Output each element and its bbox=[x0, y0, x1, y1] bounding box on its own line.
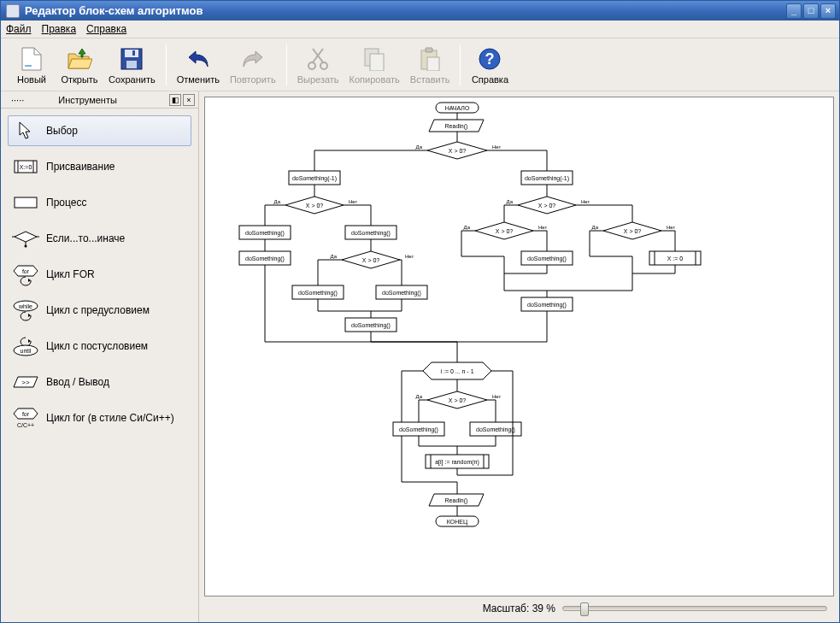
paste-button[interactable]: Вставить bbox=[405, 42, 455, 88]
copy-button[interactable]: Копировать bbox=[344, 42, 405, 88]
decision-icon bbox=[14, 229, 38, 248]
tool-while[interactable]: while Цикл с предусловием bbox=[8, 295, 191, 326]
tool-io[interactable]: >> Ввод / Вывод bbox=[8, 367, 191, 397]
svg-text:doSomething(): doSomething() bbox=[351, 230, 391, 237]
svg-text:X:=0: X:=0 bbox=[20, 164, 32, 170]
tools-list: Выбор X:=0 Присваивание Процесс bbox=[1, 109, 198, 440]
svg-text:X := 0: X := 0 bbox=[667, 256, 684, 262]
help-button[interactable]: ? Справка bbox=[466, 42, 514, 88]
tool-for[interactable]: for Цикл FOR bbox=[8, 259, 191, 290]
svg-text:doSomething(-1): doSomething(-1) bbox=[292, 175, 337, 182]
svg-text:i := 0 ... n - 1: i := 0 ... n - 1 bbox=[440, 368, 473, 374]
tool-cfor[interactable]: forC/C++ Цикл for (в стиле Си/Си++) bbox=[8, 403, 191, 433]
window-title: Редактор блок-схем алгоритмов bbox=[25, 4, 784, 17]
until-loop-icon: until bbox=[14, 337, 38, 356]
tool-label: Цикл с предусловием bbox=[46, 304, 150, 316]
tool-label: Цикл FOR bbox=[46, 268, 95, 280]
svg-text:doSomething(): doSomething() bbox=[399, 426, 438, 433]
svg-text:Да: Да bbox=[507, 199, 514, 204]
svg-text:doSomething(): doSomething() bbox=[476, 426, 515, 433]
toolbar-separator bbox=[460, 44, 461, 85]
svg-text:Да: Да bbox=[416, 144, 423, 150]
svg-rect-2 bbox=[125, 50, 138, 57]
menu-bar: Файл Правка Справка bbox=[1, 21, 839, 38]
svg-text:C/C++: C/C++ bbox=[17, 422, 34, 428]
svg-text:X > 0?: X > 0? bbox=[449, 397, 467, 403]
svg-text:Нет: Нет bbox=[492, 144, 501, 150]
toolbar-separator bbox=[166, 44, 167, 85]
close-button[interactable]: × bbox=[820, 3, 836, 19]
svg-marker-21 bbox=[15, 232, 37, 242]
tool-label: Ввод / Вывод bbox=[46, 376, 109, 388]
undo-button[interactable]: Отменить bbox=[172, 42, 225, 88]
status-bar: Масштаб: 39 % bbox=[204, 597, 834, 617]
maximize-button[interactable]: □ bbox=[803, 3, 819, 19]
tool-until[interactable]: until Цикл с постусловием bbox=[8, 331, 191, 361]
svg-text:Readln(): Readln() bbox=[445, 123, 468, 130]
svg-rect-10 bbox=[370, 54, 384, 71]
cut-button[interactable]: Вырезать bbox=[292, 42, 344, 88]
svg-text:doSomething(): doSomething() bbox=[245, 256, 285, 262]
process-icon bbox=[14, 193, 38, 212]
svg-text:doSomething(): doSomething() bbox=[382, 290, 421, 297]
tool-process[interactable]: Процесс bbox=[8, 187, 191, 218]
redo-icon bbox=[239, 45, 267, 73]
zoom-slider-thumb[interactable] bbox=[580, 602, 589, 616]
tool-label: Процесс bbox=[46, 197, 86, 209]
tools-panel-title: Инструменты bbox=[58, 95, 117, 105]
cursor-icon bbox=[14, 121, 38, 140]
io-icon: >> bbox=[14, 373, 38, 391]
svg-text:doSomething(-1): doSomething(-1) bbox=[525, 175, 569, 182]
svg-rect-20 bbox=[15, 197, 37, 208]
svg-rect-12 bbox=[426, 48, 432, 52]
svg-text:while: while bbox=[18, 303, 32, 309]
menu-edit[interactable]: Правка bbox=[42, 23, 77, 35]
open-button[interactable]: Открыть bbox=[56, 42, 103, 88]
svg-rect-13 bbox=[427, 57, 439, 71]
file-new-icon bbox=[18, 45, 45, 73]
redo-button[interactable]: Повторить bbox=[225, 42, 281, 88]
tool-assign[interactable]: X:=0 Присваивание bbox=[8, 151, 191, 182]
panel-close-button[interactable]: × bbox=[183, 94, 195, 106]
copy-icon bbox=[361, 45, 388, 73]
flowchart-canvas[interactable]: НАЧАЛО Readln() X > 0? Да Нет doSomethin… bbox=[204, 97, 834, 597]
paste-icon bbox=[416, 45, 443, 73]
svg-text:X > 0?: X > 0? bbox=[538, 203, 556, 209]
svg-text:Нет: Нет bbox=[538, 225, 547, 230]
save-icon bbox=[118, 45, 145, 73]
tool-ifelse[interactable]: Если...то...иначе bbox=[8, 223, 191, 254]
svg-text:Нет: Нет bbox=[667, 225, 675, 230]
tool-select[interactable]: Выбор bbox=[8, 115, 191, 146]
new-button[interactable]: Новый bbox=[8, 42, 56, 88]
svg-text:X > 0?: X > 0? bbox=[496, 228, 514, 234]
svg-text:X > 0?: X > 0? bbox=[449, 148, 467, 154]
zoom-label: Масштаб: 39 % bbox=[483, 602, 555, 614]
toolbar: Новый Открыть Сохранить Отменить Повтор bbox=[1, 38, 839, 91]
svg-text:a[i] := random(n): a[i] := random(n) bbox=[435, 459, 479, 466]
app-icon bbox=[6, 4, 20, 18]
flowchart: НАЧАЛО Readln() X > 0? Да Нет doSomethin… bbox=[205, 97, 829, 576]
zoom-slider[interactable] bbox=[562, 606, 827, 611]
svg-text:X > 0?: X > 0? bbox=[624, 228, 642, 234]
menu-file[interactable]: Файл bbox=[6, 23, 32, 35]
panel-restore-button[interactable]: ◧ bbox=[169, 94, 181, 106]
svg-marker-32 bbox=[28, 339, 31, 343]
minimize-button[interactable]: _ bbox=[786, 3, 802, 19]
svg-text:for: for bbox=[22, 411, 30, 417]
assign-icon: X:=0 bbox=[14, 157, 38, 176]
svg-marker-28 bbox=[28, 279, 31, 282]
menu-help[interactable]: Справка bbox=[86, 23, 126, 35]
svg-text:Нет: Нет bbox=[349, 199, 357, 204]
svg-text:Да: Да bbox=[331, 254, 338, 259]
svg-text:Да: Да bbox=[592, 225, 599, 230]
save-button[interactable]: Сохранить bbox=[103, 42, 161, 88]
tool-label: Если...то...иначе bbox=[46, 232, 125, 244]
toolbar-separator bbox=[286, 44, 287, 85]
tool-label: Выбор bbox=[46, 125, 78, 137]
for-loop-icon: for bbox=[14, 265, 38, 284]
svg-text:Да: Да bbox=[464, 225, 471, 230]
svg-text:Нет: Нет bbox=[581, 199, 590, 204]
svg-rect-4 bbox=[132, 50, 135, 56]
undo-icon bbox=[185, 45, 212, 73]
svg-text:doSomething(): doSomething() bbox=[527, 302, 567, 309]
